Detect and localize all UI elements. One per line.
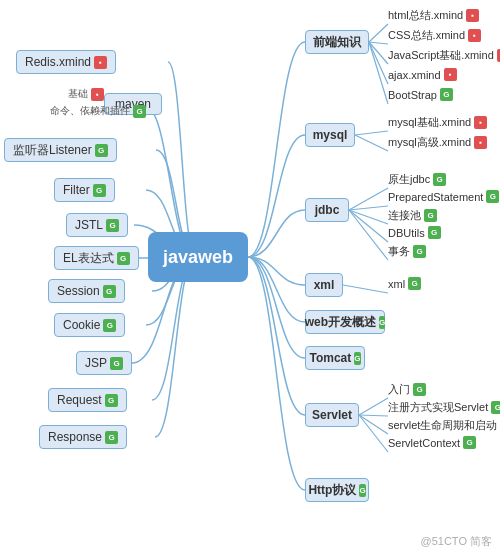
left-label: Cookie xyxy=(63,318,100,332)
left-label: Filter xyxy=(63,183,90,197)
red-badge: ▪ xyxy=(91,88,104,101)
green-badge: G xyxy=(440,88,453,101)
child-node: ServletContextG xyxy=(388,436,476,449)
child-node: 注册方式实现ServletG xyxy=(388,400,500,415)
child-node: JavaScript基础.xmind▪ xyxy=(388,48,500,63)
left-node: CookieG xyxy=(54,313,125,337)
left-label: EL表达式 xyxy=(63,250,114,267)
child-label: CSS总结.xmind xyxy=(388,28,465,43)
child-label: xml xyxy=(388,278,405,290)
child-node: BootStrapG xyxy=(388,88,453,101)
green-badge: G xyxy=(110,357,123,370)
green-badge: G xyxy=(433,173,446,186)
left-node: Redis.xmind▪ xyxy=(16,50,116,74)
child-node: servlet生命周期和启动G xyxy=(388,418,500,433)
red-badge: ▪ xyxy=(444,68,457,81)
green-badge: G xyxy=(95,144,108,157)
child-node: ajax.xmind▪ xyxy=(388,68,457,81)
left-node: SessionG xyxy=(48,279,125,303)
maven-sub-node: 命令、依赖和插件G xyxy=(50,104,146,118)
green-badge: G xyxy=(354,352,360,365)
red-badge: ▪ xyxy=(468,29,481,42)
child-node: PreparedStatementG xyxy=(388,190,499,203)
green-badge: G xyxy=(413,245,426,258)
red-badge: ▪ xyxy=(474,116,487,129)
svg-line-9 xyxy=(349,210,388,224)
maven-sub-node: 基础▪ xyxy=(68,87,104,101)
branch-node: TomcatG xyxy=(305,346,365,370)
branch-node: mysql xyxy=(305,123,355,147)
watermark: @51CTO 简客 xyxy=(421,534,492,549)
green-badge: G xyxy=(424,209,437,222)
green-badge: G xyxy=(491,401,500,414)
child-label: html总结.xmind xyxy=(388,8,463,23)
left-node: EL表达式G xyxy=(54,246,139,270)
sub-label: 基础 xyxy=(68,87,88,101)
center-label: javaweb xyxy=(163,247,233,268)
left-node: RequestG xyxy=(48,388,127,412)
svg-line-1 xyxy=(369,42,388,44)
left-node: JSPG xyxy=(76,351,132,375)
svg-line-14 xyxy=(359,415,388,416)
red-badge: ▪ xyxy=(466,9,479,22)
svg-line-2 xyxy=(369,42,388,64)
svg-line-15 xyxy=(359,415,388,434)
child-label: mysql基础.xmind xyxy=(388,115,471,130)
green-badge: G xyxy=(105,394,118,407)
child-node: mysql基础.xmind▪ xyxy=(388,115,487,130)
green-badge: G xyxy=(413,383,426,396)
branch-node: Http协议G xyxy=(305,478,369,502)
child-node: xmlG xyxy=(388,277,421,290)
svg-line-8 xyxy=(349,206,388,210)
child-label: servlet生命周期和启动 xyxy=(388,418,497,433)
red-badge: ▪ xyxy=(94,56,107,69)
center-node: javaweb xyxy=(148,232,248,282)
svg-line-5 xyxy=(355,131,388,135)
child-label: BootStrap xyxy=(388,89,437,101)
child-label: PreparedStatement xyxy=(388,191,483,203)
child-label: 事务 xyxy=(388,244,410,259)
green-badge: G xyxy=(103,285,116,298)
green-badge: G xyxy=(105,431,118,444)
left-node: FilterG xyxy=(54,178,115,202)
left-label: Response xyxy=(48,430,102,444)
child-label: 连接池 xyxy=(388,208,421,223)
child-label: ServletContext xyxy=(388,437,460,449)
left-label: JSTL xyxy=(75,218,103,232)
child-node: 原生jdbcG xyxy=(388,172,446,187)
child-label: 原生jdbc xyxy=(388,172,430,187)
branch-node: Servlet xyxy=(305,403,359,427)
svg-line-16 xyxy=(359,415,388,452)
child-node: 事务G xyxy=(388,244,426,259)
child-label: DBUtils xyxy=(388,227,425,239)
child-node: 连接池G xyxy=(388,208,437,223)
green-badge: G xyxy=(93,184,106,197)
left-node: JSTLG xyxy=(66,213,128,237)
child-label: ajax.xmind xyxy=(388,69,441,81)
child-label: mysql高级.xmind xyxy=(388,135,471,150)
green-badge: G xyxy=(133,105,146,118)
left-label: JSP xyxy=(85,356,107,370)
green-badge: G xyxy=(408,277,421,290)
green-badge: G xyxy=(106,219,119,232)
child-node: 入门G xyxy=(388,382,426,397)
svg-line-0 xyxy=(369,24,388,42)
child-node: DBUtilsG xyxy=(388,226,441,239)
svg-line-4 xyxy=(369,42,388,104)
svg-line-13 xyxy=(359,398,388,415)
child-label: 注册方式实现Servlet xyxy=(388,400,488,415)
branch-node: 前端知识 xyxy=(305,30,369,54)
left-node: ResponseG xyxy=(39,425,127,449)
svg-line-11 xyxy=(349,210,388,260)
svg-line-3 xyxy=(369,42,388,84)
green-badge: G xyxy=(359,484,365,497)
branch-node: xml xyxy=(305,273,343,297)
left-label: Session xyxy=(57,284,100,298)
child-label: 入门 xyxy=(388,382,410,397)
green-badge: G xyxy=(103,319,116,332)
left-label: 监听器Listener xyxy=(13,142,92,159)
green-badge: G xyxy=(486,190,499,203)
child-label: JavaScript基础.xmind xyxy=(388,48,494,63)
branch-node: jdbc xyxy=(305,198,349,222)
green-badge: G xyxy=(379,316,385,329)
